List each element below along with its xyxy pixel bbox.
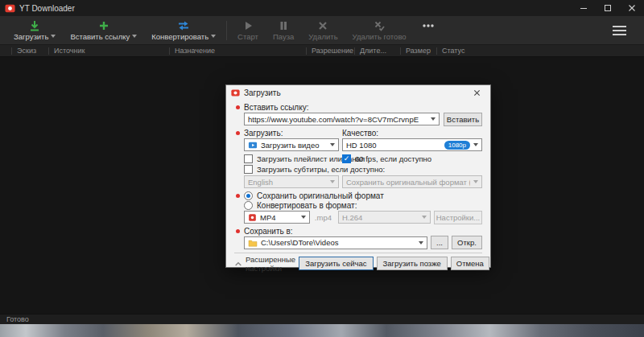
chevron-down-icon xyxy=(132,35,137,38)
column-destination[interactable]: Назначение xyxy=(169,47,306,55)
close-button[interactable] xyxy=(620,0,644,16)
chevron-up-icon xyxy=(234,261,242,267)
menu-button[interactable] xyxy=(609,23,630,39)
advanced-settings-label: Расширенные настройки xyxy=(246,255,295,273)
toolbar-more-button[interactable] xyxy=(414,17,443,44)
column-resolution[interactable]: Разрешение xyxy=(306,47,354,55)
subtitles-checkbox-label: Загрузить субтитры, если доступно: xyxy=(257,165,385,174)
save-path-value: C:\Users\DTore\Videos xyxy=(261,238,415,247)
download-mode-value: Загрузить видео xyxy=(261,141,327,150)
convert-arrows-icon xyxy=(178,20,189,31)
download-mode-combobox[interactable]: Загрузить видео xyxy=(244,138,339,151)
status-text: Готово xyxy=(6,315,29,323)
window-controls xyxy=(572,0,644,16)
dialog-close-button[interactable] xyxy=(467,86,486,99)
save-path-combobox[interactable]: C:\Users\DTore\Videos xyxy=(244,236,427,249)
url-combobox[interactable]: https://www.youtube.com/watch?v=8CV7mCrv… xyxy=(244,113,440,125)
open-folder-button[interactable]: Откр. xyxy=(452,236,482,249)
cancel-button[interactable]: Отмена xyxy=(451,257,489,270)
subtitle-language-combobox[interactable]: English xyxy=(244,175,339,188)
format-extension: .mp4 xyxy=(315,213,332,222)
paste-button[interactable]: Вставить xyxy=(444,113,482,126)
fps-checkbox[interactable]: ✓ xyxy=(342,154,351,163)
download-now-button[interactable]: Загрузить сейчас xyxy=(299,257,373,270)
preview-thumbnail-strip xyxy=(0,324,644,337)
quality-badge: 1080p xyxy=(444,141,470,150)
download-dialog: Загрузить Вставить ссылку: https://www.y… xyxy=(225,84,491,268)
dialog-title: Загрузить xyxy=(244,88,281,97)
chevron-down-icon xyxy=(211,35,216,38)
chevron-down-icon xyxy=(431,117,436,121)
titlebar: YT Downloader xyxy=(0,0,644,16)
download-mode-label: Загрузить: xyxy=(244,129,283,138)
codec-combobox[interactable]: H.264 xyxy=(338,211,431,224)
playlist-checkbox[interactable] xyxy=(244,154,253,163)
format-combobox[interactable]: MP4 xyxy=(244,211,310,224)
keep-format-radio[interactable] xyxy=(244,191,253,200)
list-header-row: Эскиз Источник Назначение Разрешение Дли… xyxy=(0,45,644,57)
browse-button[interactable]: ... xyxy=(431,236,448,249)
toolbar-delete-done-button[interactable]: Удалить готово xyxy=(345,17,414,44)
column-size[interactable]: Размер xyxy=(400,47,436,55)
save-to-label: Сохранить в: xyxy=(244,227,293,236)
toolbar-pause-button[interactable]: Пауза xyxy=(266,17,301,44)
codec-value: H.264 xyxy=(342,213,419,222)
required-bullet xyxy=(236,229,240,233)
url-value: https://www.youtube.com/watch?v=8CV7mCrv… xyxy=(248,115,427,124)
toolbar-download-button[interactable]: Загрузить xyxy=(6,17,63,44)
advanced-settings-toggle[interactable]: Расширенные настройки xyxy=(234,255,295,273)
column-duration[interactable]: Длите... xyxy=(354,47,400,55)
toolbar-pause-label: Пауза xyxy=(273,32,294,41)
subtitles-checkbox[interactable] xyxy=(244,165,253,174)
dialog-body: Вставить ссылку: https://www.youtube.com… xyxy=(226,100,490,276)
quality-combobox[interactable]: HD 1080 1080p xyxy=(342,138,482,151)
toolbar-download-label: Загрузить xyxy=(14,32,48,41)
convert-format-radio[interactable] xyxy=(244,201,253,210)
toolbar-start-label: Старт xyxy=(237,32,258,41)
paste-link-label: Вставить ссылку: xyxy=(244,103,308,112)
pause-icon xyxy=(278,20,289,31)
fps-checkbox-label: 60 fps, если доступно xyxy=(355,154,431,163)
format-value: MP4 xyxy=(260,213,298,222)
subtitle-language-value: English xyxy=(248,178,327,187)
toolbar-delete-button[interactable]: Удалить xyxy=(301,17,345,44)
chevron-down-icon xyxy=(330,143,335,146)
column-source[interactable]: Источник xyxy=(48,47,169,55)
download-later-button[interactable]: Загрузить позже xyxy=(377,257,448,270)
play-icon xyxy=(242,20,254,31)
subtitle-format-combobox[interactable]: Сохранить оригинальный формат (.vtt) xyxy=(342,175,482,188)
chevron-down-icon xyxy=(301,216,306,219)
window-title: YT Downloader xyxy=(19,4,75,13)
dialog-titlebar: Загрузить xyxy=(226,85,490,100)
delete-done-icon xyxy=(374,20,385,31)
column-thumbnail[interactable]: Эскиз xyxy=(11,47,48,55)
mp4-file-icon xyxy=(248,213,257,222)
more-dots-icon xyxy=(421,20,436,31)
dialog-separator xyxy=(234,253,482,253)
required-bullet xyxy=(236,194,240,198)
codec-settings-button[interactable]: Настройки... xyxy=(434,211,482,224)
chevron-down-icon xyxy=(419,241,423,245)
toolbar-delete-label: Удалить xyxy=(308,32,337,41)
toolbar-convert-button[interactable]: Конвертировать xyxy=(144,17,223,44)
chevron-down-icon xyxy=(51,35,56,38)
maximize-button[interactable] xyxy=(596,0,620,16)
minimize-button[interactable] xyxy=(572,0,596,16)
app-icon xyxy=(5,3,15,14)
convert-format-label: Конвертировать в формат: xyxy=(257,201,357,210)
required-bullet xyxy=(236,105,240,109)
quality-label: Качество: xyxy=(342,129,378,138)
toolbar-start-button[interactable]: Старт xyxy=(230,17,266,44)
toolbar-delete-done-label: Удалить готово xyxy=(353,32,407,41)
plus-icon xyxy=(98,20,109,31)
status-bar: Готово xyxy=(0,314,644,324)
toolbar-paste-link-label: Вставить ссылку xyxy=(70,32,130,41)
column-status[interactable]: Статус xyxy=(436,47,644,55)
video-icon xyxy=(248,141,258,150)
toolbar-paste-link-button[interactable]: Вставить ссылку xyxy=(63,17,144,44)
toolbar-separator xyxy=(226,21,227,40)
chevron-down-icon xyxy=(330,180,335,183)
chevron-down-icon xyxy=(473,180,478,183)
folder-icon xyxy=(248,239,258,247)
main-toolbar: Загрузить Вставить ссылку Конвертировать… xyxy=(0,16,644,45)
